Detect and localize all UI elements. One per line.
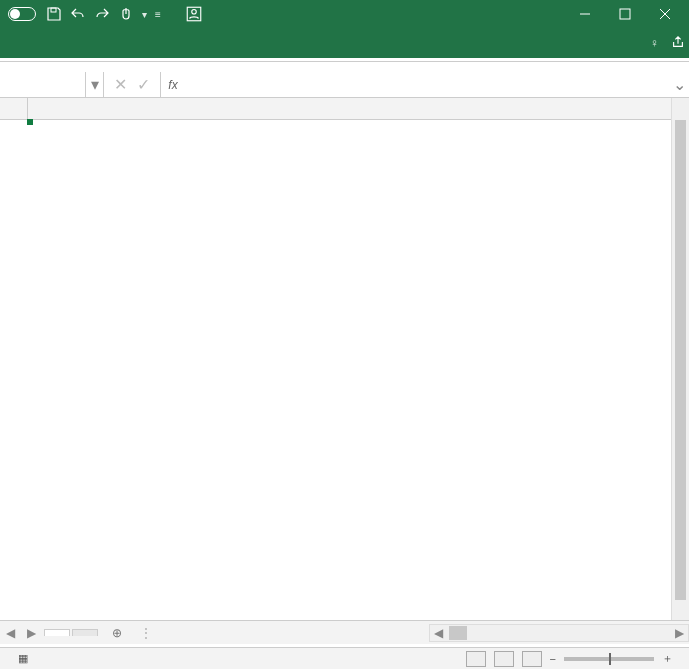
cell-grid[interactable] — [28, 120, 671, 620]
tab-nav-prev-icon[interactable]: ◀ — [0, 626, 21, 640]
status-bar: ▦ − ＋ — [0, 647, 689, 669]
add-sheet-icon[interactable]: ⊕ — [106, 624, 128, 642]
maximize-button[interactable] — [605, 0, 645, 28]
zoom-slider[interactable] — [564, 657, 654, 661]
tab-file[interactable] — [4, 39, 20, 47]
svg-rect-0 — [51, 8, 56, 12]
view-normal-icon[interactable] — [466, 651, 486, 667]
zoom-in-icon[interactable]: ＋ — [662, 651, 673, 666]
select-all-corner[interactable] — [0, 98, 28, 120]
lightbulb-icon[interactable]: ♀ — [650, 36, 659, 50]
qat-sep: ≡ — [155, 9, 161, 20]
save-icon[interactable] — [46, 6, 62, 22]
window-title — [173, 5, 565, 23]
fx-icon[interactable]: fx — [161, 72, 185, 97]
name-box-dropdown-icon[interactable]: ▾ — [86, 72, 104, 97]
column-headers[interactable] — [28, 98, 671, 120]
sheet-tab-other[interactable] — [72, 629, 98, 636]
title-bar: ▾ ≡ — [0, 0, 689, 28]
worksheet-area: ◀ ▶ ⊕ ⋮ ◀ ▶ — [0, 98, 689, 656]
tab-divider: ⋮ — [140, 626, 152, 640]
hscroll-left-icon[interactable]: ◀ — [430, 626, 447, 640]
redo-icon[interactable] — [94, 6, 110, 22]
minimize-button[interactable] — [565, 0, 605, 28]
hscroll-right-icon[interactable]: ▶ — [671, 626, 688, 640]
macro-record-icon[interactable]: ▦ — [18, 652, 28, 665]
svg-point-2 — [192, 10, 197, 15]
toggle-off-icon — [8, 7, 36, 21]
zoom-out-icon[interactable]: − — [550, 653, 556, 665]
ribbon-tabs: ♀ — [0, 28, 689, 58]
selection-box — [28, 120, 32, 124]
formula-input[interactable] — [185, 72, 669, 97]
share-icon[interactable] — [671, 35, 685, 52]
name-box[interactable] — [0, 72, 86, 97]
hscroll-thumb[interactable] — [449, 626, 467, 640]
quick-access-toolbar: ▾ ≡ — [46, 6, 161, 22]
horizontal-scrollbar[interactable]: ◀ ▶ — [429, 624, 689, 642]
account-icon[interactable] — [185, 5, 203, 23]
formula-bar: ▾ ✕ ✓ fx ⌄ — [0, 72, 689, 98]
undo-icon[interactable] — [70, 6, 86, 22]
scrollbar-thumb[interactable] — [675, 120, 686, 600]
vertical-scrollbar[interactable] — [671, 98, 689, 620]
close-button[interactable] — [645, 0, 685, 28]
view-page-layout-icon[interactable] — [494, 651, 514, 667]
auto-save-toggle[interactable] — [4, 7, 36, 21]
sheet-tab-active[interactable] — [44, 629, 70, 636]
svg-rect-4 — [620, 9, 630, 19]
view-page-break-icon[interactable] — [522, 651, 542, 667]
tab-nav-next-icon[interactable]: ▶ — [21, 626, 42, 640]
cancel-icon[interactable]: ✕ — [114, 75, 127, 94]
formula-expand-icon[interactable]: ⌄ — [669, 72, 689, 97]
qat-more-icon[interactable]: ▾ — [142, 9, 147, 20]
confirm-icon[interactable]: ✓ — [137, 75, 150, 94]
window-controls — [565, 0, 685, 28]
sheet-tabs-bar: ◀ ▶ ⊕ ⋮ ◀ ▶ — [0, 620, 689, 644]
fill-handle[interactable] — [27, 119, 33, 125]
touch-mode-icon[interactable] — [118, 6, 134, 22]
